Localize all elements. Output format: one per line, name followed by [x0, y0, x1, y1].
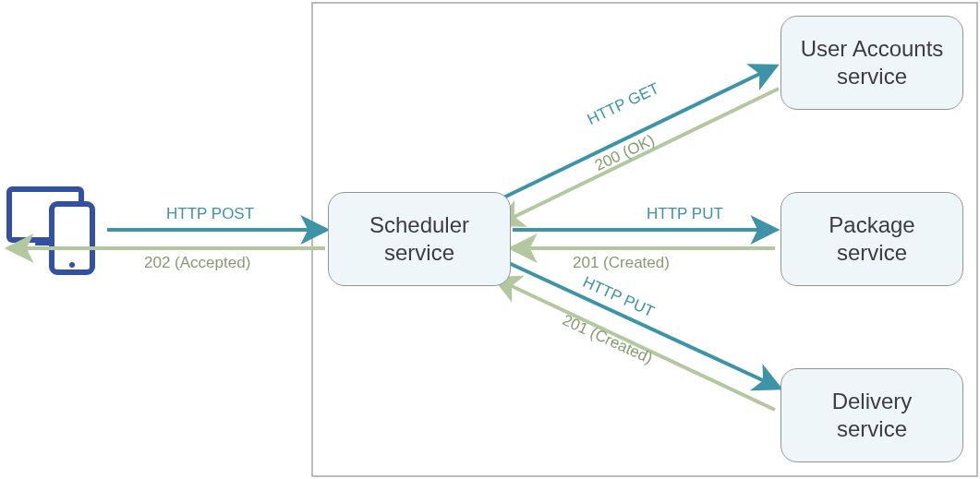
label-client-scheduler-req: HTTP POST	[166, 205, 254, 223]
node-delivery: Delivery service	[780, 368, 963, 462]
node-scheduler: Scheduler service	[328, 192, 511, 286]
client-device-icon	[9, 189, 92, 272]
label-scheduler-package-req: HTTP PUT	[647, 205, 723, 223]
edge-scheduler-useraccounts-req	[496, 66, 775, 201]
edge-scheduler-delivery-req	[499, 258, 779, 388]
label-client-scheduler-res: 202 (Accepted)	[144, 254, 250, 272]
svg-rect-2	[52, 204, 92, 272]
node-user-accounts: User Accounts service	[780, 16, 963, 110]
svg-point-3	[69, 262, 75, 268]
node-package: Package service	[780, 192, 963, 286]
label-scheduler-package-res: 201 (Created)	[573, 254, 670, 272]
